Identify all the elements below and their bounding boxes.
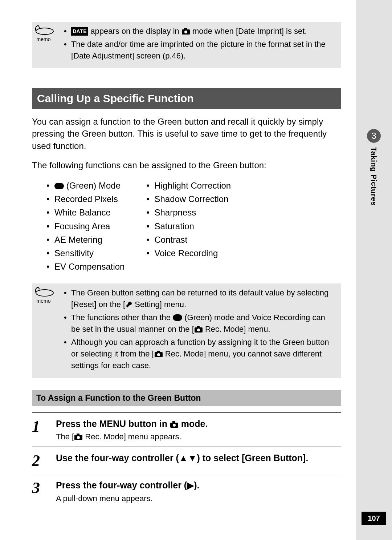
memo-mid-item-3: Although you can approach a function by … bbox=[64, 337, 334, 371]
list-item: White Balance bbox=[46, 206, 124, 219]
camera-icon bbox=[154, 350, 163, 358]
memo-icon: memo bbox=[30, 24, 57, 43]
memo-box-middle: memo The Green button setting can be ret… bbox=[32, 283, 341, 378]
list-item: Highlight Correction bbox=[146, 179, 231, 192]
camera-icon bbox=[194, 326, 203, 333]
step-2: 2 Use the four-way controller (▲▼) to se… bbox=[32, 447, 341, 474]
sub-heading: To Assign a Function to the Green Button bbox=[32, 390, 341, 406]
svg-point-13 bbox=[173, 424, 176, 427]
function-list-right: Highlight Correction Shadow Correction S… bbox=[146, 179, 231, 273]
section-heading: Calling Up a Specific Function bbox=[32, 88, 341, 109]
svg-point-3 bbox=[184, 31, 187, 33]
list-item: Sensitivity bbox=[46, 246, 124, 260]
chapter-title-vertical: Taking Pictures bbox=[369, 147, 378, 206]
memo-icon: memo bbox=[30, 286, 57, 305]
intro-paragraph-2: The following functions can be assigned … bbox=[32, 159, 341, 172]
memo-mid-item-2: The functions other than the (Green) mod… bbox=[64, 312, 334, 335]
green-mode-icon bbox=[54, 183, 64, 189]
svg-rect-2 bbox=[184, 28, 187, 30]
svg-rect-6 bbox=[197, 326, 200, 328]
list-item: Sharpness bbox=[146, 206, 231, 219]
list-item: Recorded Pixels bbox=[46, 192, 124, 206]
step-title: Press the four-way controller (▶). bbox=[56, 479, 340, 492]
step-3: 3 Press the four-way controller (▶). A p… bbox=[32, 474, 341, 508]
page-number: 107 bbox=[368, 514, 380, 523]
list-item: Voice Recording bbox=[146, 246, 231, 260]
memo-label: memo bbox=[37, 298, 51, 304]
list-item: Contrast bbox=[146, 233, 231, 246]
list-item: Saturation bbox=[146, 219, 231, 233]
memo-top-item-1: DATE appears on the display in mode when… bbox=[64, 25, 334, 37]
step-description: The [ Rec. Mode] menu appears. bbox=[56, 432, 340, 442]
camera-icon bbox=[74, 433, 83, 440]
step-number: 2 bbox=[32, 452, 56, 469]
step-title: Use the four-way controller (▲▼) to sele… bbox=[56, 452, 340, 464]
list-item: (Green) Mode bbox=[46, 179, 124, 192]
function-list-left: (Green) Mode Recorded Pixels White Balan… bbox=[46, 179, 124, 273]
list-item: AE Metering bbox=[46, 233, 124, 246]
svg-point-16 bbox=[77, 436, 80, 439]
list-item: Focusing Area bbox=[46, 219, 124, 233]
svg-rect-9 bbox=[157, 351, 160, 352]
svg-point-7 bbox=[197, 329, 200, 331]
chapter-number-badge: 3 bbox=[367, 129, 381, 143]
date-badge-icon: DATE bbox=[71, 27, 88, 36]
memo-box-top: memo DATE appears on the display in mode… bbox=[32, 22, 341, 68]
green-mode-icon bbox=[173, 314, 182, 321]
camera-icon bbox=[170, 421, 179, 428]
svg-point-4 bbox=[36, 290, 53, 296]
step-number: 1 bbox=[32, 418, 56, 442]
memo-label: memo bbox=[37, 36, 51, 42]
side-tab-strip: 3 Taking Pictures 107 bbox=[356, 0, 392, 540]
list-item: Shadow Correction bbox=[146, 192, 231, 206]
page-number-box: 107 bbox=[362, 512, 386, 525]
intro-paragraph-1: You can assign a function to the Green b… bbox=[32, 116, 341, 152]
chapter-number: 3 bbox=[371, 131, 376, 141]
wrench-icon bbox=[125, 301, 132, 308]
svg-rect-12 bbox=[172, 421, 175, 423]
step-1: 1 Press the MENU button in mode. The [ R… bbox=[32, 412, 341, 447]
svg-point-0 bbox=[36, 28, 53, 35]
svg-point-10 bbox=[157, 353, 160, 356]
step-description: A pull-down menu appears. bbox=[56, 494, 340, 503]
list-item: EV Compensation bbox=[46, 260, 124, 273]
memo-mid-item-1: The Green button setting can be returned… bbox=[64, 287, 334, 310]
step-number: 3 bbox=[32, 479, 56, 503]
function-list-columns: (Green) Mode Recorded Pixels White Balan… bbox=[32, 179, 341, 273]
svg-rect-15 bbox=[77, 434, 79, 435]
camera-icon bbox=[181, 28, 190, 35]
memo-top-item-2: The date and/or time are imprinted on th… bbox=[64, 39, 334, 62]
step-title: Press the MENU button in mode. bbox=[56, 418, 340, 430]
